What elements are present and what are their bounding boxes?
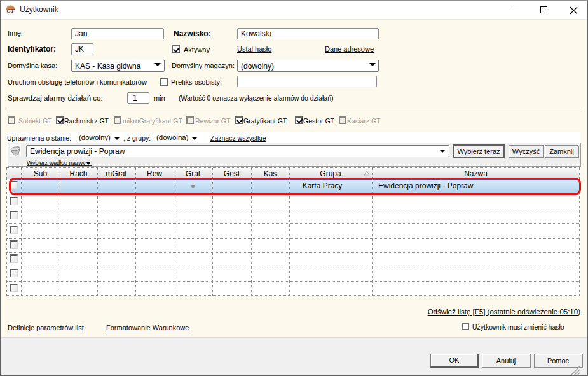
svg-text:GT: GT xyxy=(7,8,15,14)
